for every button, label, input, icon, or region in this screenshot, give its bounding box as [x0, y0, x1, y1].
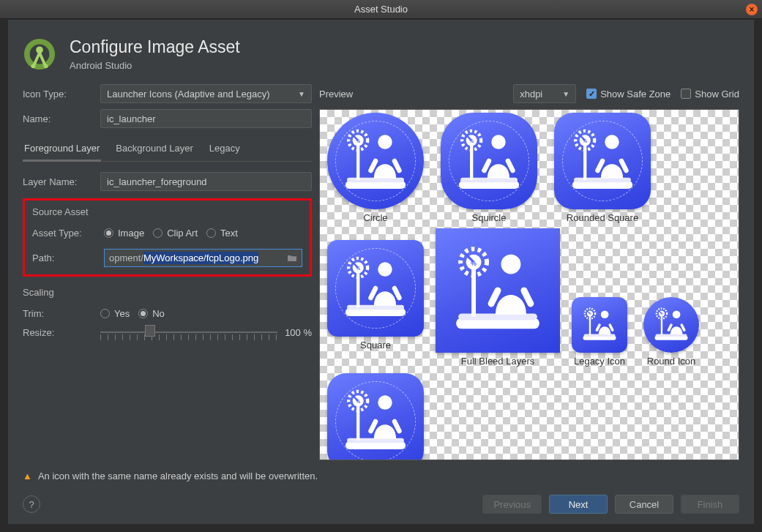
trim-no-radio[interactable]: No — [138, 308, 165, 319]
caption-round: Round Icon — [643, 356, 699, 367]
slider-thumb-icon — [145, 325, 155, 337]
main-row: Icon Type: Launcher Icons (Adaptive and … — [8, 84, 754, 460]
warning-icon: ▲ — [23, 471, 32, 482]
chevron-down-icon: ▼ — [562, 90, 569, 98]
checkbox-checked-icon — [586, 89, 597, 99]
tab-foreground-layer[interactable]: Foreground Layer — [23, 138, 101, 162]
resize-value: 100 % — [285, 327, 312, 338]
source-asset-section: Source Asset Asset Type: Image Clip Art — [23, 198, 312, 277]
show-safezone-checkbox[interactable]: Show Safe Zone — [586, 89, 671, 100]
footer: ? Previous Next Cancel Finish — [8, 487, 754, 524]
form-panel: Icon Type: Launcher Icons (Adaptive and … — [23, 84, 312, 460]
warning-row: ▲ An icon with the same name already exi… — [8, 460, 754, 487]
dialog-body: Configure Image Asset Android Studio Ico… — [7, 19, 755, 525]
asset-type-radio-group: Image Clip Art Text — [104, 228, 238, 239]
trim-label: Trim: — [23, 308, 94, 319]
caption-circle: Circle — [327, 212, 424, 223]
show-grid-checkbox[interactable]: Show Grid — [681, 89, 739, 100]
layer-name-input[interactable]: ic_launcher_foreground — [100, 172, 312, 191]
asset-type-text-radio[interactable]: Text — [206, 228, 238, 239]
preview-label: Preview — [319, 89, 353, 100]
preview-panel: Preview xhdpi ▼ Show Safe Zone Show Grid — [319, 84, 739, 460]
checkbox-icon — [681, 89, 691, 99]
page-title: Configure Image Asset — [70, 37, 240, 57]
radio-icon — [206, 228, 216, 238]
layer-name-label: Layer Name: — [23, 176, 94, 187]
svg-point-4 — [44, 64, 48, 68]
chevron-down-icon: ▼ — [298, 90, 305, 98]
icon-type-value: Launcher Icons (Adaptive and Legacy) — [107, 89, 270, 100]
page-subtitle: Android Studio — [70, 60, 240, 71]
preview-canvas: Circle Squircle Rounded Square Square — [319, 109, 739, 460]
window-title: Asset Studio — [354, 4, 408, 15]
scaling-section: Scaling Trim: Yes No — [23, 287, 312, 342]
path-input[interactable]: opment/MyWorkspace/fcpLogo.png — [104, 249, 302, 267]
header-banner: Configure Image Asset Android Studio — [8, 20, 754, 84]
caption-legacy: Legacy Icon — [572, 356, 627, 367]
density-select[interactable]: xhdpi ▼ — [513, 84, 576, 103]
resize-slider[interactable] — [100, 323, 277, 342]
radio-icon — [153, 228, 163, 238]
asset-type-clipart-radio[interactable]: Clip Art — [153, 228, 198, 239]
asset-type-label: Asset Type: — [32, 228, 98, 239]
tab-background-layer[interactable]: Background Layer — [114, 138, 195, 161]
layer-tabs: Foreground Layer Background Layer Legacy — [23, 138, 312, 162]
asset-type-image-radio[interactable]: Image — [104, 228, 144, 239]
tab-legacy[interactable]: Legacy — [208, 138, 242, 161]
finish-button[interactable]: Finish — [681, 495, 739, 514]
previous-button[interactable]: Previous — [482, 495, 542, 514]
source-asset-title: Source Asset — [32, 206, 302, 217]
icon-type-label: Icon Type: — [23, 89, 94, 100]
path-label: Path: — [32, 252, 98, 263]
warning-text: An icon with the same name already exist… — [38, 471, 318, 482]
folder-icon[interactable] — [285, 252, 299, 264]
radio-checked-icon — [104, 228, 113, 238]
window-titlebar: Asset Studio — [0, 0, 762, 19]
radio-icon — [100, 309, 110, 318]
caption-square: Square — [327, 340, 424, 351]
radio-checked-icon — [138, 309, 148, 318]
android-studio-icon — [23, 37, 56, 71]
name-input[interactable]: ic_launcher — [100, 109, 312, 128]
trim-yes-radio[interactable]: Yes — [100, 308, 130, 319]
help-button[interactable]: ? — [23, 495, 40, 513]
caption-fullbleed: Full Bleed Layers — [436, 356, 560, 367]
name-label: Name: — [23, 113, 94, 124]
next-button[interactable]: Next — [549, 495, 608, 514]
svg-point-3 — [31, 64, 36, 68]
scaling-title: Scaling — [23, 287, 312, 298]
caption-squircle: Squircle — [441, 212, 537, 223]
icon-type-select[interactable]: Launcher Icons (Adaptive and Legacy) ▼ — [100, 84, 312, 103]
caption-rounded-square: Rounded Square — [554, 212, 651, 223]
cancel-button[interactable]: Cancel — [615, 495, 673, 514]
close-icon[interactable] — [746, 4, 758, 15]
resize-label: Resize: — [23, 327, 94, 338]
